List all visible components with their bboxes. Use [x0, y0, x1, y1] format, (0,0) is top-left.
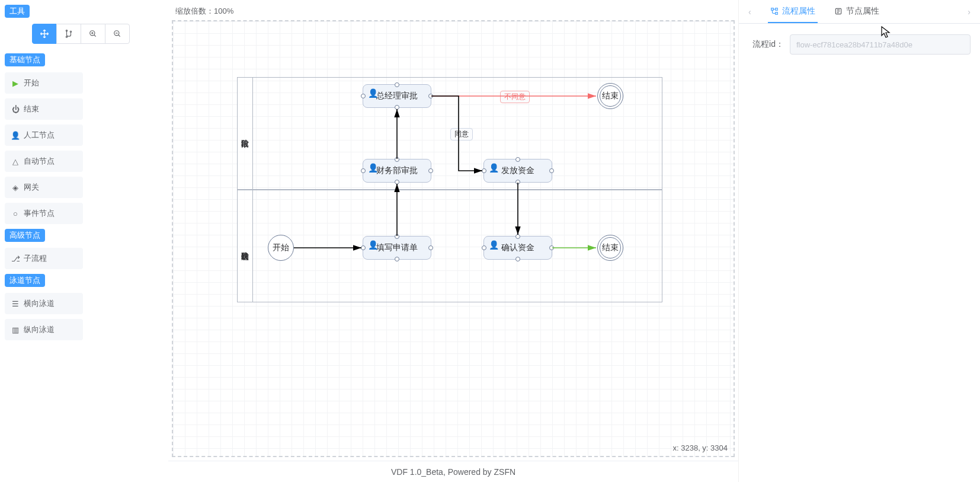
palette-label: 子流程	[24, 253, 47, 264]
node-release-fund[interactable]: 👤 发放资金	[483, 159, 552, 183]
diamond-icon: ◈	[11, 183, 20, 192]
node-confirm-fund[interactable]: 👤 确认资金	[483, 236, 552, 260]
person-icon: 👤	[489, 163, 499, 173]
person-icon: 👤	[368, 88, 378, 98]
left-sidebar: 工具 基础节点 ▶开始 ⏻结束 👤人工节点 △自动节点 ◈网关 ○事件节点 高级…	[0, 0, 168, 482]
power-icon: ⏻	[11, 105, 20, 114]
vlane-icon: ▥	[11, 325, 20, 334]
tabs-next-button[interactable]: ›	[965, 7, 973, 17]
palette-gateway[interactable]: ◈网关	[5, 177, 83, 198]
palette-label: 自动节点	[24, 156, 55, 167]
zoom-out-icon	[113, 30, 121, 38]
flow-id-label: 流程id：	[748, 39, 784, 50]
zoom-label: 缩放倍数：100%	[175, 6, 233, 17]
svg-rect-10	[771, 8, 773, 10]
node-icon	[834, 7, 843, 15]
advanced-nodes-list: ⎇子流程	[2, 245, 166, 272]
person-icon: 👤	[368, 163, 378, 173]
play-icon: ▶	[11, 79, 20, 88]
node-end-1[interactable]: 结束	[597, 83, 623, 109]
lane-nodes-header: 泳道节点	[5, 274, 45, 287]
node-end-2[interactable]: 结束	[597, 235, 623, 261]
zoom-in-icon	[89, 30, 97, 38]
flow-id-field[interactable]	[790, 34, 971, 55]
person-icon: 👤	[368, 240, 378, 250]
canvas[interactable]: 缩放倍数：100% 审批阶段 发起确认阶段 开始 👤 填写申请单 👤 财务部审批…	[168, 0, 738, 461]
person-icon: 👤	[11, 131, 20, 140]
palette-label: 结束	[24, 104, 39, 114]
hlane-icon: ☰	[11, 299, 20, 308]
node-start[interactable]: 开始	[268, 235, 294, 261]
palette-label: 开始	[24, 78, 39, 88]
svg-point-1	[70, 31, 71, 32]
edge-label-agree[interactable]: 同意	[450, 128, 473, 141]
zoom-out-button[interactable]	[105, 24, 130, 44]
edge-label-disagree[interactable]: 不同意	[500, 91, 530, 103]
canvas-tool-buttons	[32, 24, 166, 44]
right-tabs: ‹ 流程属性 节点属性 ›	[739, 0, 980, 24]
tools-header: 工具	[5, 5, 30, 18]
canvas-grid[interactable]: 审批阶段 发起确认阶段 开始 👤 填写申请单 👤 财务部审批 👤 总经理审批 👤	[172, 20, 735, 457]
circle-icon: ○	[11, 209, 20, 218]
palette-user-task[interactable]: 👤人工节点	[5, 125, 83, 146]
palette-label: 事件节点	[24, 208, 55, 219]
zoom-in-button[interactable]	[81, 24, 105, 44]
tabs-prev-button[interactable]: ‹	[746, 7, 754, 17]
branch-tool-button[interactable]	[56, 24, 81, 44]
svg-point-2	[66, 36, 67, 37]
branch-icon	[65, 30, 73, 38]
lane-header[interactable]: 发起确认阶段	[238, 190, 253, 302]
basic-nodes-list: ▶开始 ⏻结束 👤人工节点 △自动节点 ◈网关 ○事件节点	[2, 70, 166, 226]
palette-end[interactable]: ⏻结束	[5, 98, 83, 120]
person-icon: 👤	[489, 240, 499, 250]
flow-icon	[770, 7, 779, 15]
palette-start[interactable]: ▶开始	[5, 72, 83, 94]
palette-vertical-lane[interactable]: ▥纵向泳道	[5, 319, 83, 340]
node-finance-approve[interactable]: 👤 财务部审批	[363, 159, 431, 183]
auto-icon: △	[11, 157, 20, 166]
svg-rect-12	[775, 8, 777, 10]
lane-header[interactable]: 审批阶段	[238, 78, 253, 189]
palette-label: 纵向泳道	[24, 324, 55, 335]
palette-auto-task[interactable]: △自动节点	[5, 151, 83, 172]
node-gm-approve[interactable]: 👤 总经理审批	[363, 84, 431, 108]
move-tool-button[interactable]	[32, 24, 57, 44]
flow-props-form: 流程id：	[739, 24, 980, 65]
palette-label: 人工节点	[24, 130, 55, 141]
right-panel: ‹ 流程属性 节点属性 › 流程id：	[738, 0, 980, 482]
tab-node-props[interactable]: 节点属性	[832, 0, 882, 23]
svg-rect-11	[775, 12, 777, 14]
palette-label: 网关	[24, 182, 39, 193]
tab-flow-props[interactable]: 流程属性	[768, 0, 818, 23]
footer: VDF 1.0_Beta, Powered by ZSFN	[168, 461, 738, 482]
node-fill-form[interactable]: 👤 填写申请单	[363, 236, 431, 260]
lane-nodes-list: ☰横向泳道 ▥纵向泳道	[2, 291, 166, 343]
footer-text: VDF 1.0_Beta, Powered by ZSFN	[391, 467, 515, 477]
palette-horizontal-lane[interactable]: ☰横向泳道	[5, 293, 83, 314]
palette-event[interactable]: ○事件节点	[5, 203, 83, 224]
sub-icon: ⎇	[11, 254, 20, 263]
palette-subflow[interactable]: ⎇子流程	[5, 248, 83, 269]
advanced-nodes-header: 高级节点	[5, 229, 45, 242]
move-icon	[40, 29, 49, 39]
coords-readout: x: 3238, y: 3304	[672, 443, 728, 452]
palette-label: 横向泳道	[24, 298, 55, 309]
basic-nodes-header: 基础节点	[5, 53, 45, 66]
